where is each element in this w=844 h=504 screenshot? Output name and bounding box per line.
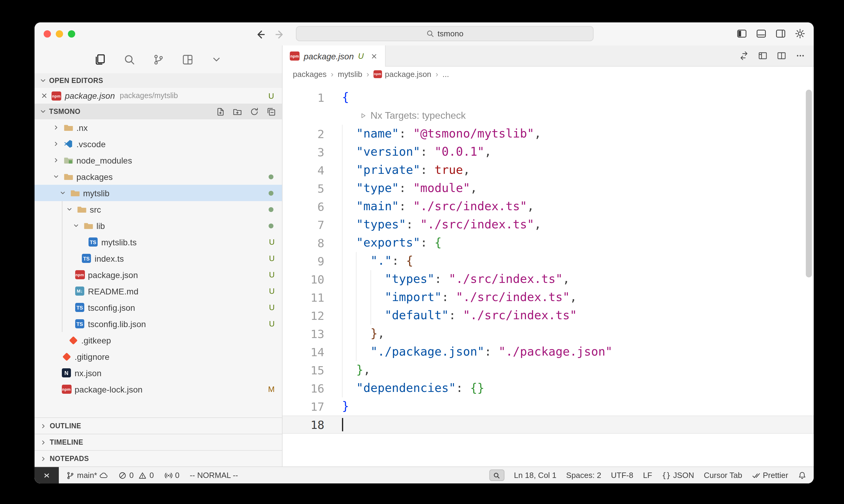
- explorer-view-button[interactable]: [93, 53, 107, 66]
- navigate-forward-button[interactable]: [273, 27, 288, 42]
- open-changes-button[interactable]: [758, 51, 768, 60]
- tree-item-mytslib[interactable]: mytslib: [35, 185, 282, 201]
- sidebar-section-notepads[interactable]: NOTEPADS: [35, 450, 282, 466]
- code-line-6[interactable]: 6 "main": "./src/index.ts",: [282, 197, 814, 216]
- zoom-indicator[interactable]: [489, 469, 504, 481]
- tree-item-packages[interactable]: packages: [35, 168, 282, 185]
- code-line-10[interactable]: 10 "types": "./src/index.ts",: [282, 270, 814, 288]
- maximize-window-button[interactable]: [68, 30, 75, 38]
- code-editor[interactable]: 1{Nx Targets: typecheck2 "name": "@tsmon…: [282, 81, 814, 466]
- codelens-nx-targets[interactable]: Nx Targets: typecheck: [282, 107, 814, 125]
- code-line-15[interactable]: 15 },: [282, 361, 814, 379]
- navigate-back-button[interactable]: [253, 27, 268, 42]
- git-branch-status[interactable]: main*: [66, 471, 108, 480]
- toggle-secondary-sidebar-button[interactable]: [775, 29, 786, 39]
- code-line-9[interactable]: 9 ".": {: [282, 252, 814, 270]
- code-line-12[interactable]: 12 "default": "./src/index.ts": [282, 307, 814, 325]
- tab-bar: npm package.json U: [282, 46, 814, 67]
- chevron-expanded-icon: [65, 206, 73, 213]
- open-editor-item-package-json[interactable]: npm package.json packages/mytslib U: [35, 88, 282, 104]
- open-editors-header[interactable]: OPEN EDITORS: [35, 73, 282, 88]
- remote-indicator[interactable]: [35, 467, 59, 483]
- tree-item-package.json[interactable]: npmpackage.jsonU: [35, 267, 282, 283]
- open-editors-title: OPEN EDITORS: [49, 77, 103, 84]
- tree-item-node_modules[interactable]: node_modules: [35, 152, 282, 168]
- ports-status[interactable]: 0: [164, 471, 179, 480]
- new-file-button[interactable]: [216, 107, 225, 116]
- code-line-11[interactable]: 11 "import": "./src/index.ts",: [282, 288, 814, 307]
- code-line-7[interactable]: 7 "types": "./src/index.ts",: [282, 216, 814, 234]
- chevron-expanded-icon: [52, 173, 60, 180]
- code-line-8[interactable]: 8 "exports": {: [282, 234, 814, 252]
- indentation-status[interactable]: Spaces: 2: [566, 471, 601, 480]
- close-window-button[interactable]: [44, 30, 51, 38]
- settings-button[interactable]: [795, 29, 805, 39]
- search-view-icon: [123, 54, 135, 65]
- toggle-panel-button[interactable]: [756, 29, 767, 39]
- indent-guide: [356, 252, 357, 270]
- minimize-window-button[interactable]: [56, 30, 63, 38]
- spaces-text: Spaces: 2: [566, 471, 601, 480]
- search-view-button[interactable]: [122, 53, 136, 66]
- tree-item-tsconfig.lib.json[interactable]: TStsconfig.lib.jsonU: [35, 316, 282, 332]
- tree-item-mytslib.ts[interactable]: TSmytslib.tsU: [35, 234, 282, 250]
- toggle-primary-sidebar-button[interactable]: [737, 29, 747, 39]
- eol-status[interactable]: LF: [643, 471, 652, 480]
- indent-guide: [342, 379, 343, 397]
- tree-item-.nx[interactable]: .nx: [35, 119, 282, 136]
- cursor-tab-status[interactable]: Cursor Tab: [704, 471, 742, 480]
- tree-item-label: .gitignore: [74, 352, 109, 361]
- collapse-folders-button[interactable]: [267, 107, 276, 116]
- tree-item-nx.json[interactable]: Nnx.json: [35, 365, 282, 381]
- command-center-search[interactable]: tsmono: [296, 26, 593, 41]
- problems-status[interactable]: 0 0: [119, 471, 154, 480]
- close-editor-icon[interactable]: [41, 92, 48, 100]
- breadcrumb-item--[interactable]: ...: [443, 69, 449, 78]
- close-tab-button[interactable]: [371, 52, 378, 60]
- cursor-position-status[interactable]: Ln 18, Col 1: [514, 471, 556, 480]
- tab-package-json[interactable]: npm package.json U: [282, 46, 385, 67]
- new-folder-button[interactable]: [233, 107, 242, 116]
- compare-changes-button[interactable]: [739, 51, 749, 60]
- split-editor-button[interactable]: [777, 51, 787, 60]
- activity-bar: [35, 46, 282, 73]
- formatter-status[interactable]: Prettier: [752, 471, 788, 480]
- tree-item-package-lock.json[interactable]: npmpackage-lock.jsonM: [35, 381, 282, 397]
- code-line-1[interactable]: 1{: [282, 88, 814, 107]
- split-editor-icon: [777, 51, 787, 60]
- code-line-2[interactable]: 2 "name": "@tsmono/mytslib",: [282, 125, 814, 143]
- code-line-16[interactable]: 16 "dependencies": {}: [282, 379, 814, 397]
- breadcrumb-item-package-json[interactable]: npmpackage.json: [374, 69, 431, 78]
- tree-item-.vscode[interactable]: .vscode: [35, 136, 282, 152]
- notifications-button[interactable]: [798, 471, 806, 480]
- refresh-explorer-button[interactable]: [250, 107, 259, 116]
- line-number: 10: [282, 270, 324, 288]
- extensions-view-button[interactable]: [181, 53, 194, 66]
- code-line-14[interactable]: 14 "./package.json": "./package.json": [282, 343, 814, 361]
- code-line-17[interactable]: 17}: [282, 397, 814, 416]
- tree-item-.gitignore[interactable]: .gitignore: [35, 348, 282, 365]
- source-control-view-button[interactable]: [152, 53, 165, 66]
- tree-item-tsconfig.json[interactable]: TStsconfig.jsonU: [35, 299, 282, 316]
- project-section-header[interactable]: TSMONO: [35, 104, 282, 119]
- tree-item-src[interactable]: src: [35, 201, 282, 217]
- code-line-3[interactable]: 3 "version": "0.0.1",: [282, 143, 814, 161]
- sidebar-section-timeline[interactable]: TIMELINE: [35, 434, 282, 450]
- more-views-button[interactable]: [210, 53, 223, 66]
- scrollbar-thumb[interactable]: [806, 90, 812, 277]
- vim-mode-indicator[interactable]: -- NORMAL --: [190, 471, 238, 480]
- tree-item-.gitkeep[interactable]: .gitkeep: [35, 332, 282, 348]
- language-mode-status[interactable]: {} JSON: [662, 471, 694, 480]
- encoding-status[interactable]: UTF-8: [611, 471, 633, 480]
- tree-item-index.ts[interactable]: TSindex.tsU: [35, 250, 282, 267]
- more-editor-actions-button[interactable]: [795, 51, 805, 60]
- code-line-5[interactable]: 5 "type": "module",: [282, 179, 814, 197]
- tree-item-lib[interactable]: lib: [35, 217, 282, 234]
- sidebar-section-outline[interactable]: OUTLINE: [35, 417, 282, 434]
- breadcrumb-item-mytslib[interactable]: mytslib: [338, 69, 362, 78]
- breadcrumb-item-packages[interactable]: packages: [293, 69, 327, 78]
- code-line-13[interactable]: 13 },: [282, 325, 814, 343]
- code-line-4[interactable]: 4 "private": true,: [282, 161, 814, 179]
- tree-item-README.md[interactable]: M↓README.mdU: [35, 283, 282, 299]
- code-line-18[interactable]: 18: [282, 416, 814, 434]
